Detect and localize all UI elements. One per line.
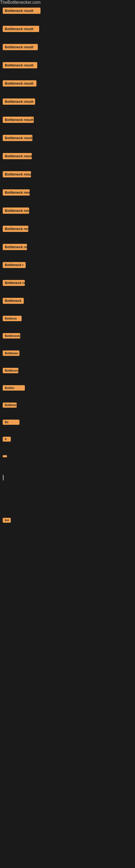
bottleneck-badge-4[interactable]: Bottleneck result [3, 62, 37, 68]
bottleneck-item-31 [3, 554, 132, 559]
bottleneck-item-28 [3, 494, 132, 504]
bottleneck-badge-16[interactable]: Bottleneck resu [3, 280, 25, 286]
bottleneck-item-4: Bottleneck result [3, 59, 132, 72]
bottleneck-item-23: Bottleneck [3, 400, 132, 411]
bottleneck-badge-20[interactable]: Bottlenec [3, 350, 19, 356]
bottleneck-item-6: Bottleneck result [3, 96, 132, 108]
bottleneck-badge-12[interactable]: Bottleneck result [3, 208, 29, 214]
bottleneck-item-34 [3, 602, 132, 608]
items-container: Bottleneck result Bottleneck result Bott… [0, 5, 135, 673]
bottleneck-badge-17[interactable]: Bottleneck [3, 298, 24, 304]
bottleneck-item-20: Bottlenec [3, 348, 132, 360]
site-title: TheBottlenecker.com [0, 0, 135, 5]
bottleneck-item-27: | [3, 472, 132, 483]
bottleneck-item-2: Bottleneck result [3, 23, 132, 36]
bottleneck-badge-18[interactable]: Bottlene [3, 316, 21, 321]
bottleneck-item-32 [3, 570, 132, 575]
bottleneck-badge-25[interactable]: B [3, 437, 11, 442]
bottleneck-item-7: Bottleneck result [3, 114, 132, 127]
bottleneck-badge-6[interactable]: Bottleneck result [3, 98, 35, 105]
bottleneck-item-5: Bottleneck result [3, 78, 132, 90]
bottleneck-item-10: Bottleneck result [3, 168, 132, 181]
bottleneck-badge-8[interactable]: Bottleneck result [3, 135, 32, 141]
bottleneck-item-12: Bottleneck result [3, 205, 132, 218]
bottleneck-badge-13[interactable]: Bottleneck result [3, 226, 28, 232]
bottleneck-item-16: Bottleneck resu [3, 277, 132, 290]
bottleneck-badge-7[interactable]: Bottleneck result [3, 117, 34, 123]
bottleneck-item-37 [3, 651, 132, 657]
bottleneck-badge-15[interactable]: Bottleneck r [3, 262, 26, 268]
bottleneck-item-17: Bottleneck [3, 295, 132, 308]
bottleneck-badge-22[interactable]: Bottler [3, 385, 25, 391]
bottleneck-item-35 [3, 619, 132, 624]
bottleneck-item-11: Bottleneck result [3, 187, 132, 199]
bottleneck-item-19: Bottleneck [3, 330, 132, 342]
bottleneck-item-14: Bottleneck result [3, 241, 132, 254]
bottleneck-item-8: Bottleneck result [3, 132, 132, 145]
bottleneck-badge-26[interactable] [3, 455, 7, 457]
bottleneck-item-9: Bottleneck result [3, 150, 132, 163]
bottleneck-badge-21[interactable]: Bottleneck re [3, 368, 18, 373]
bottleneck-badge-1[interactable]: Bottleneck result [3, 8, 41, 14]
bottleneck-item-38 [3, 668, 132, 673]
bottleneck-badge-29[interactable]: Bot [3, 518, 11, 523]
bottleneck-item-13: Bottleneck result [3, 223, 132, 236]
bottleneck-item-29: Bot [3, 515, 132, 527]
bottleneck-badge-23[interactable]: Bottleneck [3, 403, 17, 408]
bottleneck-badge-2[interactable]: Bottleneck result [3, 26, 39, 32]
bottleneck-item-33 [3, 586, 132, 592]
bottleneck-item-26 [3, 451, 132, 461]
bottleneck-item-1: Bottleneck result [3, 5, 132, 18]
bottleneck-item-25: B [3, 434, 132, 445]
bottleneck-item-18: Bottlene [3, 313, 132, 325]
bottleneck-badge-24[interactable]: Bo [3, 420, 19, 425]
bottleneck-badge-9[interactable]: Bottleneck result [3, 153, 32, 159]
bottleneck-item-15: Bottleneck r [3, 259, 132, 272]
bottleneck-item-30 [3, 537, 132, 543]
bottleneck-badge-3[interactable]: Bottleneck result [3, 44, 38, 50]
bottleneck-item-22: Bottler [3, 382, 132, 394]
bottleneck-item-3: Bottleneck result [3, 41, 132, 54]
bottleneck-item-24: Bo [3, 417, 132, 429]
bottleneck-badge-14[interactable]: Bottleneck result [3, 244, 27, 250]
bottleneck-badge-10[interactable]: Bottleneck result [3, 171, 31, 177]
bottleneck-badge-5[interactable]: Bottleneck result [3, 80, 37, 87]
bottleneck-item-36 [3, 635, 132, 641]
bottleneck-badge-11[interactable]: Bottleneck result [3, 189, 30, 195]
bottleneck-item-21: Bottleneck re [3, 365, 132, 377]
bottleneck-badge-19[interactable]: Bottleneck [3, 333, 20, 339]
